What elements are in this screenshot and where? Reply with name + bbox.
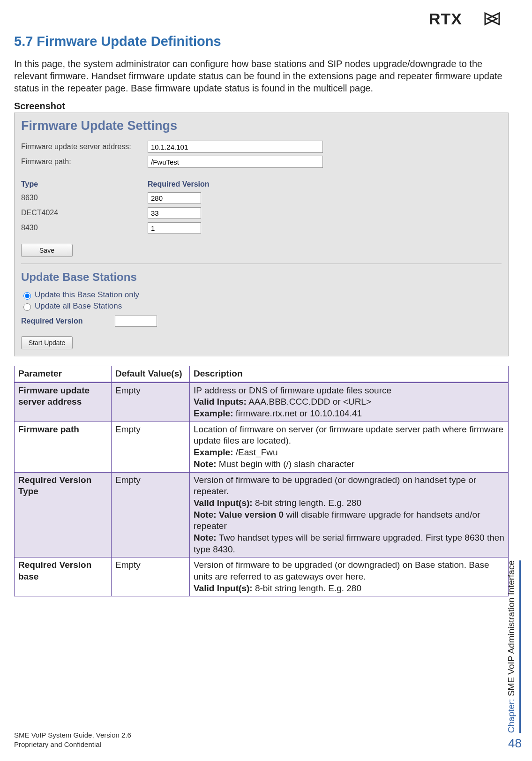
save-button[interactable]: Save — [21, 244, 73, 257]
type-label: DECT4024 — [21, 209, 148, 217]
footer: SME VoIP System Guide, Version 2.6 Propr… — [14, 731, 131, 749]
firmware-settings-heading: Firmware Update Settings — [21, 119, 502, 133]
rtx-logo-icon: RTX — [429, 10, 509, 27]
param-default: Empty — [112, 382, 190, 422]
chapter-sidebar: Chapter: SME VoIP Administration Interfa… — [506, 560, 521, 733]
param-desc: Version of firmware to be upgraded (or d… — [190, 472, 509, 558]
version-input-8430[interactable] — [148, 222, 201, 234]
col-required-header: Required Version — [148, 180, 210, 188]
required-version-label: Required Version — [21, 317, 115, 325]
table-row: Required Version base Empty Version of f… — [15, 558, 509, 596]
logo: RTX — [14, 10, 509, 29]
firmware-path-label: Firmware path: — [21, 158, 148, 166]
col-type-header: Type — [21, 180, 148, 188]
required-version-input[interactable] — [115, 316, 157, 327]
param-desc: Version of firmware to be upgraded (or d… — [190, 558, 509, 596]
screenshot-label: Screenshot — [14, 101, 509, 112]
radio-this-base[interactable] — [23, 292, 31, 300]
param-default: Empty — [112, 472, 190, 558]
section-heading: 5.7 Firmware Update Definitions — [14, 34, 509, 49]
type-row: 8630 — [21, 192, 502, 203]
server-address-label: Firmware update server address: — [21, 143, 148, 151]
param-name: Required Version base — [15, 558, 112, 596]
type-row: 8430 — [21, 222, 502, 234]
page-number: 48 — [508, 736, 522, 751]
param-default: Empty — [112, 558, 190, 596]
param-desc: Location of firmware on server (or firmw… — [190, 422, 509, 472]
update-base-heading: Update Base Stations — [21, 271, 502, 284]
server-address-input[interactable] — [148, 141, 323, 153]
radio-all-bases-label: Update all Base Stations — [35, 301, 122, 311]
radio-this-base-label: Update this Base Station only — [35, 290, 139, 300]
version-input-8630[interactable] — [148, 192, 201, 203]
intro-paragraph: In this page, the system administrator c… — [14, 58, 509, 94]
type-row: DECT4024 — [21, 207, 502, 219]
start-update-button[interactable]: Start Update — [21, 336, 73, 349]
radio-all-bases[interactable] — [23, 303, 31, 311]
param-desc: IP address or DNS of firmware update fil… — [190, 382, 509, 422]
separator — [21, 264, 502, 264]
screenshot-box: Firmware Update Settings Firmware update… — [14, 113, 509, 356]
version-input-dect4024[interactable] — [148, 207, 201, 219]
param-default: Empty — [112, 422, 190, 472]
th-description: Description — [190, 366, 509, 383]
param-name: Required Version Type — [15, 472, 112, 558]
th-parameter: Parameter — [15, 366, 112, 383]
type-label: 8630 — [21, 194, 148, 202]
table-row: Firmware path Empty Location of firmware… — [15, 422, 509, 472]
firmware-path-input[interactable] — [148, 156, 323, 168]
parameter-table: Parameter Default Value(s) Description F… — [14, 366, 509, 596]
param-name: Firmware path — [15, 422, 112, 472]
param-name: Firmware update server address — [15, 382, 112, 422]
svg-text:RTX: RTX — [429, 10, 462, 27]
th-default: Default Value(s) — [112, 366, 190, 383]
type-label: 8430 — [21, 224, 148, 232]
table-row: Firmware update server address Empty IP … — [15, 382, 509, 422]
table-row: Required Version Type Empty Version of f… — [15, 472, 509, 558]
